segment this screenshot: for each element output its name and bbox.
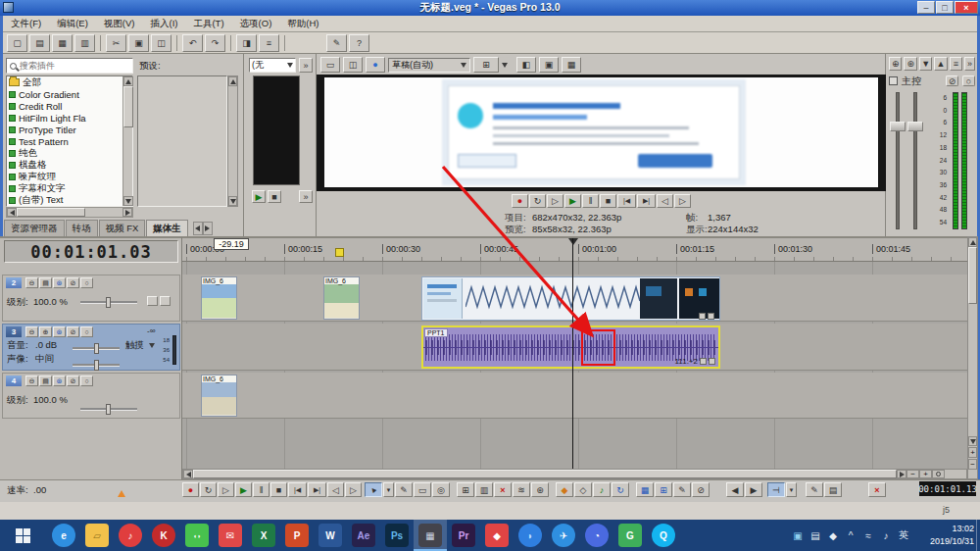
loop-playback-button[interactable]: ↻: [200, 482, 217, 497]
rate-marker[interactable]: [118, 490, 125, 497]
tree-item[interactable]: HitFilm Light Fla: [7, 112, 132, 124]
scroll-up-button[interactable]: [123, 76, 133, 86]
master-fader-handle-left[interactable]: [890, 122, 906, 131]
menu-file[interactable]: 文件(F): [3, 18, 49, 30]
solo-track-icon[interactable]: ○: [80, 326, 93, 337]
timeline-h-scrollbar[interactable]: − +: [182, 469, 967, 479]
mixer-properties-icon[interactable]: ≡: [950, 57, 962, 71]
tree-item[interactable]: 纯色: [7, 147, 132, 159]
go-to-end-button[interactable]: ▶|: [637, 194, 656, 208]
h-zoom-out-button[interactable]: −: [906, 470, 919, 478]
edit-tool-dropdown[interactable]: ▼: [383, 482, 394, 497]
input-method-icon[interactable]: 英: [896, 527, 911, 543]
level-slider[interactable]: [80, 408, 137, 411]
track-motion-icon[interactable]: ▤: [39, 376, 52, 386]
taskbar-item-excel[interactable]: X: [247, 520, 280, 551]
pause-button[interactable]: ‖: [253, 482, 270, 497]
show-desktop-button[interactable]: [976, 520, 980, 551]
scroll-right-button[interactable]: [897, 470, 906, 478]
solo-track-icon[interactable]: ○: [80, 277, 93, 288]
redo-button[interactable]: ↷: [205, 34, 225, 52]
minimize-track-icon[interactable]: ⊖: [25, 326, 38, 337]
video-track-lane-2[interactable]: [182, 373, 967, 419]
record-button[interactable]: ●: [512, 194, 528, 208]
go-to-end-button[interactable]: ▶|: [308, 482, 326, 497]
menu-options[interactable]: 选项(O): [232, 18, 280, 30]
paste-button[interactable]: ◫: [151, 34, 172, 52]
scroll-left-button[interactable]: [183, 470, 193, 478]
start-button[interactable]: [0, 520, 45, 551]
taskbar-item-photoshop[interactable]: Ps: [380, 520, 414, 551]
stop-button[interactable]: ■: [600, 194, 616, 208]
event-fx-icon[interactable]: [699, 313, 706, 320]
scroll-thumb[interactable]: [968, 247, 977, 304]
taskbar-item-vegas-pro[interactable]: ▦: [414, 520, 447, 551]
cut-button[interactable]: ✂: [106, 34, 126, 52]
prev-frame-button[interactable]: ◁: [657, 194, 673, 208]
tree-item[interactable]: ProType Titler: [7, 124, 132, 135]
tab-media-generators[interactable]: 媒体生: [146, 220, 188, 236]
selection-edit-tool[interactable]: ▭: [414, 482, 431, 497]
scroll-up-button[interactable]: [228, 76, 237, 86]
event-fx-icon[interactable]: [700, 358, 707, 365]
scroll-up-button[interactable]: [968, 237, 977, 247]
track-fx-icon[interactable]: ⊛: [53, 326, 66, 337]
event-pan-crop-icon[interactable]: [708, 313, 714, 320]
scroll-thumb[interactable]: [193, 470, 897, 478]
new-project-button[interactable]: ▢: [7, 34, 27, 52]
overlay-options-icon[interactable]: ⊞: [473, 57, 499, 73]
split-screen-icon[interactable]: ◧: [516, 57, 536, 73]
taskbar-item-qq[interactable]: Q: [647, 520, 680, 551]
tree-h-scrollbar[interactable]: [6, 207, 133, 218]
scroll-left-button[interactable]: [7, 208, 17, 217]
play-button[interactable]: ▶: [564, 194, 581, 208]
stop-button[interactable]: ■: [270, 482, 287, 497]
generator-play-button[interactable]: ▶: [252, 190, 266, 203]
downmix-icon[interactable]: ▼: [919, 57, 932, 71]
insert-fx-icon[interactable]: ⊛: [904, 57, 916, 71]
record-button[interactable]: ●: [182, 482, 199, 497]
taskbar-item-powerpoint[interactable]: P: [280, 520, 314, 551]
event-properties-icon[interactable]: [709, 358, 715, 365]
minimize-button[interactable]: –: [917, 1, 935, 14]
tree-item-all[interactable]: 全部: [7, 76, 132, 88]
audio-event-clip[interactable]: PPT1 111.+2: [421, 326, 720, 369]
dim-output-icon[interactable]: ▲: [934, 57, 947, 71]
mute-track-icon[interactable]: ⊘: [67, 326, 79, 337]
cursor-head[interactable]: [568, 238, 578, 245]
maximize-track-icon[interactable]: ⊕: [39, 326, 52, 337]
tree-scrollbar[interactable]: [122, 76, 132, 206]
help-button[interactable]: ?: [349, 34, 369, 52]
image-clip[interactable]: IMG_6: [201, 276, 237, 320]
pan-slider[interactable]: [73, 364, 120, 367]
tree-item[interactable]: 噪声纹理: [7, 171, 132, 182]
bypass-fx-button[interactable]: ⊘: [692, 482, 710, 497]
undo-button[interactable]: ↶: [182, 34, 203, 52]
track-motion-icon[interactable]: ▤: [39, 277, 52, 288]
tree-item[interactable]: Test Pattern: [7, 135, 132, 147]
mixer-button[interactable]: ≡: [259, 34, 279, 52]
tab-explorer[interactable]: 资源管理器: [4, 220, 65, 236]
details-view-button[interactable]: ▤: [824, 482, 842, 497]
video-event-clip[interactable]: [421, 276, 720, 321]
external-monitor-icon[interactable]: ◫: [343, 57, 363, 73]
security-center-icon[interactable]: ◆: [825, 527, 841, 543]
level-slider[interactable]: [80, 301, 137, 304]
enable-snapping-button[interactable]: ⊞: [457, 482, 474, 497]
remote-desktop-icon[interactable]: ▣: [790, 527, 806, 543]
plugin-search-input[interactable]: [20, 61, 118, 71]
master-solo-icon[interactable]: ○: [962, 75, 975, 86]
menu-insert[interactable]: 插入(I): [142, 18, 185, 30]
save-snapshot-icon[interactable]: ▦: [562, 57, 581, 73]
panel-menu-icon[interactable]: »: [964, 57, 975, 71]
track-fx-icon[interactable]: ⊛: [53, 277, 66, 288]
close-button[interactable]: ×: [955, 1, 978, 14]
slider-thumb[interactable]: [94, 360, 99, 371]
taskbar-item-premiere[interactable]: Pr: [447, 520, 480, 551]
go-to-start-button[interactable]: |◀: [288, 482, 307, 497]
loop-region-button[interactable]: ↻: [612, 482, 629, 497]
slider-thumb[interactable]: [106, 404, 111, 415]
play-from-start-button[interactable]: ▷: [547, 194, 564, 208]
menu-help[interactable]: 帮助(H): [279, 18, 326, 30]
tab-video-fx[interactable]: 视频 FX: [99, 220, 146, 236]
